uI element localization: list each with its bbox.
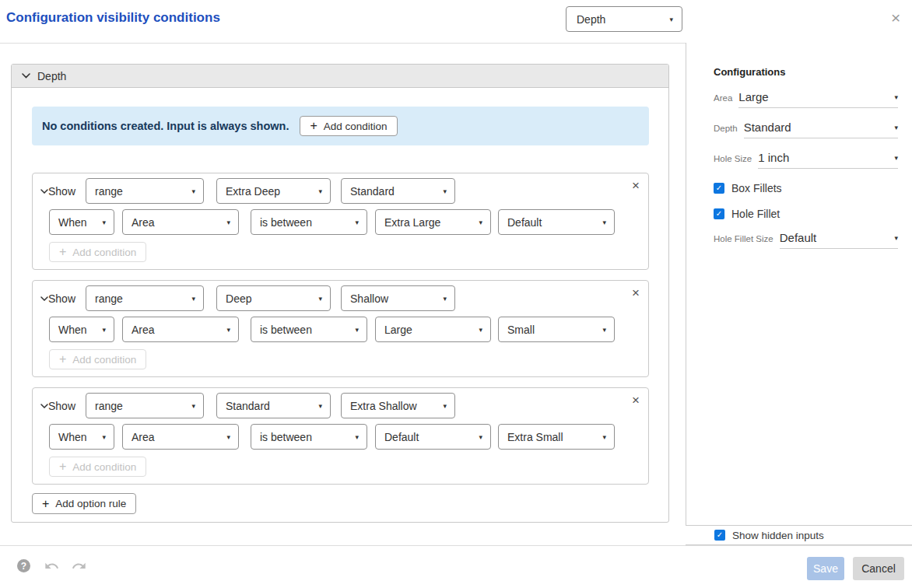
condition-input-select[interactable]: Area▾ — [122, 209, 239, 235]
show-collapse-toggle[interactable] — [40, 189, 48, 194]
config-value-select[interactable]: Standard ▾ — [744, 121, 898, 138]
undo-button[interactable] — [44, 558, 60, 576]
operator-value: is between — [260, 431, 312, 443]
undo-icon — [44, 558, 60, 572]
chevron-down-icon — [40, 404, 48, 408]
save-button[interactable]: Save — [807, 557, 844, 580]
range-to-select[interactable]: Extra Shallow▾ — [341, 393, 455, 418]
add-condition-button-disabled[interactable]: + Add condition — [49, 457, 146, 477]
remove-rule-icon[interactable]: × — [632, 394, 640, 407]
close-icon[interactable]: × — [891, 9, 900, 26]
config-label: Depth — [714, 124, 738, 133]
operator-select[interactable]: is between▾ — [251, 209, 367, 235]
range-to-select[interactable]: Shallow▾ — [341, 285, 455, 311]
when-select[interactable]: When▾ — [49, 317, 114, 342]
plus-icon: + — [59, 460, 66, 473]
caret-down-icon: ▾ — [355, 326, 359, 334]
range-to-select[interactable]: Standard▾ — [341, 178, 455, 204]
add-condition-button-disabled[interactable]: + Add condition — [49, 242, 146, 262]
range-from-select[interactable]: Standard▾ — [216, 393, 331, 418]
show-hidden-inputs-checkbox[interactable]: ✓ — [714, 530, 725, 541]
config-row-box-fillets: ✓ Box Fillets — [714, 182, 898, 194]
header-divider — [0, 43, 686, 44]
condition-input-select[interactable]: Area▾ — [122, 317, 239, 342]
redo-button[interactable] — [71, 558, 87, 576]
when-select[interactable]: When▾ — [49, 424, 114, 450]
rule-card: Show range▾ Extra Deep▾ Standard▾ × When… — [32, 173, 649, 270]
when-select[interactable]: When▾ — [49, 209, 114, 235]
caret-down-icon: ▾ — [102, 219, 106, 226]
config-value-select[interactable]: Default ▾ — [780, 231, 898, 249]
rule-row-show: Show range▾ Extra Deep▾ Standard▾ — [40, 178, 455, 204]
caret-down-icon: ▾ — [602, 219, 606, 226]
value-to-select[interactable]: Extra Small▾ — [498, 424, 615, 450]
caret-down-icon: ▾ — [355, 433, 359, 441]
range-to-value: Extra Shallow — [350, 400, 417, 412]
value-from-select[interactable]: Default▾ — [375, 424, 491, 450]
depth-section-body: No conditions created. Input is always s… — [12, 88, 668, 522]
box-fillets-checkbox[interactable]: ✓ — [714, 183, 724, 194]
caret-down-icon: ▾ — [479, 219, 482, 226]
config-label: Hole Size — [714, 154, 752, 163]
input-selector[interactable]: Depth ▾ — [566, 6, 682, 32]
add-condition-button-disabled[interactable]: + Add condition — [49, 349, 146, 369]
range-to-value: Standard — [350, 185, 395, 198]
help-icon[interactable]: ? — [17, 559, 30, 572]
caret-down-icon: ▾ — [319, 402, 323, 410]
value-from-select[interactable]: Extra Large▾ — [375, 209, 491, 235]
caret-down-icon: ▾ — [319, 295, 323, 303]
show-collapse-toggle[interactable] — [40, 296, 48, 301]
config-row-hole-fillet: ✓ Hole Fillet — [714, 208, 898, 220]
cancel-button[interactable]: Cancel — [853, 557, 904, 580]
plus-icon: + — [42, 498, 49, 510]
caret-down-icon: ▾ — [192, 187, 196, 195]
config-value: Standard — [744, 121, 791, 134]
show-collapse-toggle[interactable] — [40, 404, 48, 408]
checkbox-label: Hole Fillet — [731, 208, 780, 220]
rule-row-actions: + Add condition — [49, 349, 146, 369]
operator-select[interactable]: is between▾ — [251, 424, 367, 450]
caret-down-icon: ▾ — [894, 93, 898, 101]
rule-type-value: range — [95, 185, 123, 198]
config-value: Large — [738, 90, 768, 103]
range-from-select[interactable]: Deep▾ — [216, 285, 331, 311]
condition-input-value: Area — [132, 431, 155, 443]
caret-down-icon: ▾ — [192, 402, 196, 410]
remove-rule-icon[interactable]: × — [632, 179, 640, 192]
rule-row-condition: When▾ Area▾ is between▾ Extra Large▾ Def… — [49, 209, 615, 235]
checkmark-icon: ✓ — [716, 210, 722, 218]
when-value: When — [58, 324, 87, 336]
value-to-select[interactable]: Small▾ — [498, 317, 615, 342]
config-value-select[interactable]: Large ▾ — [738, 90, 898, 108]
range-from-value: Deep — [226, 292, 251, 305]
operator-select[interactable]: is between▾ — [251, 317, 367, 342]
remove-rule-icon[interactable]: × — [632, 286, 640, 299]
range-from-value: Standard — [226, 400, 270, 412]
rule-row-show: Show range▾ Standard▾ Extra Shallow▾ — [40, 393, 455, 418]
value-to-value: Extra Small — [507, 431, 563, 443]
depth-section-header[interactable]: Depth — [12, 65, 668, 88]
range-from-select[interactable]: Extra Deep▾ — [216, 178, 331, 204]
add-condition-label: Add condition — [72, 247, 136, 258]
rule-type-select[interactable]: range▾ — [86, 393, 204, 418]
caret-down-icon: ▾ — [102, 433, 106, 441]
caret-down-icon: ▾ — [479, 326, 482, 334]
value-to-value: Default — [507, 216, 542, 229]
section-title: Depth — [37, 70, 66, 82]
config-row-hole-fillet-size: Hole Fillet Size Default ▾ — [714, 231, 898, 249]
rule-row-actions: + Add condition — [49, 457, 146, 477]
config-label: Hole Fillet Size — [714, 234, 773, 243]
operator-value: is between — [260, 324, 312, 336]
value-to-select[interactable]: Default▾ — [498, 209, 615, 235]
value-from-select[interactable]: Large▾ — [375, 317, 491, 342]
config-value-select[interactable]: 1 inch ▾ — [758, 151, 898, 169]
rule-type-select[interactable]: range▾ — [86, 178, 204, 204]
caret-down-icon: ▾ — [894, 234, 898, 242]
caret-down-icon: ▾ — [602, 433, 606, 441]
add-option-rule-button[interactable]: + Add option rule — [32, 493, 136, 514]
hole-fillet-checkbox[interactable]: ✓ — [714, 208, 724, 219]
condition-input-select[interactable]: Area▾ — [122, 424, 239, 450]
rule-type-select[interactable]: range▾ — [86, 285, 204, 311]
add-condition-button[interactable]: + Add condition — [300, 116, 397, 136]
config-value: Default — [780, 231, 817, 244]
